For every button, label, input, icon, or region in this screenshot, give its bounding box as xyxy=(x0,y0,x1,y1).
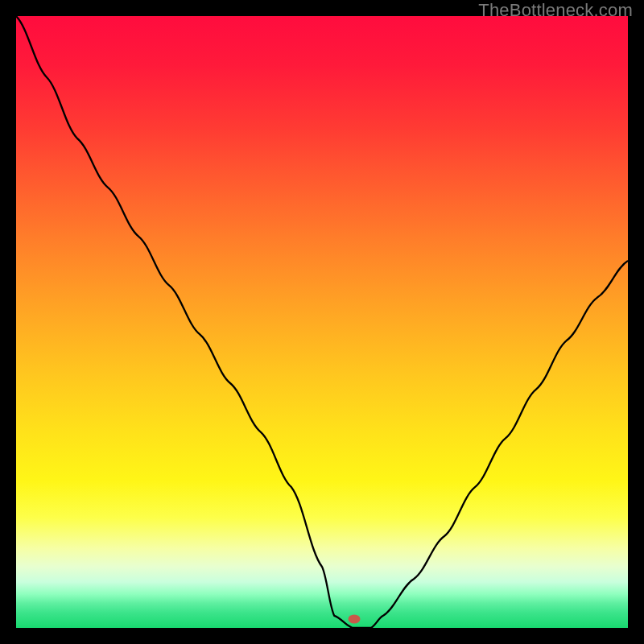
curve-path xyxy=(16,16,628,628)
plot-area xyxy=(16,16,628,628)
chart-container: TheBottleneck.com xyxy=(0,0,644,644)
bottleneck-curve xyxy=(16,16,628,628)
minimum-marker xyxy=(348,615,360,624)
